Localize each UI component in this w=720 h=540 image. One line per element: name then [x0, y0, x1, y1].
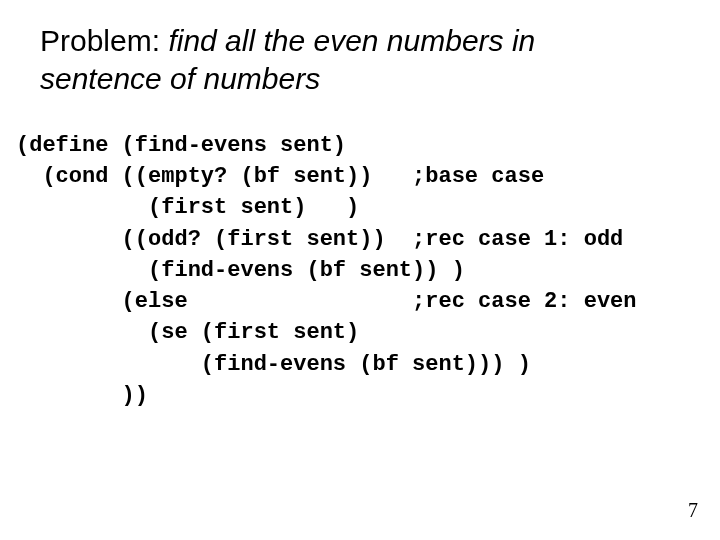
code-line: (define (find-evens sent): [16, 133, 346, 158]
page-number: 7: [688, 499, 698, 522]
code-line: )): [16, 383, 148, 408]
code-line: (else ;rec case 2: even: [16, 289, 637, 314]
code-line: (cond ((empty? (bf sent)) ;base case: [16, 164, 544, 189]
code-line: (find-evens (bf sent)) ): [16, 258, 465, 283]
code-block: (define (find-evens sent) (cond ((empty?…: [16, 130, 637, 411]
code-line: (se (first sent): [16, 320, 359, 345]
slide-title: Problem: find all the even numbers in se…: [40, 22, 660, 97]
code-line: ((odd? (first sent)) ;rec case 1: odd: [16, 227, 623, 252]
code-line: (find-evens (bf sent))) ): [16, 352, 531, 377]
title-prefix: Problem:: [40, 24, 168, 57]
code-line: (first sent) ): [16, 195, 359, 220]
slide: Problem: find all the even numbers in se…: [0, 0, 720, 540]
